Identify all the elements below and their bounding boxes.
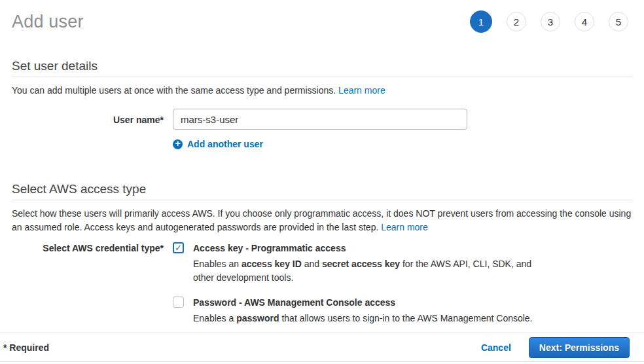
learn-more-link-user-details[interactable]: Learn more: [338, 85, 385, 96]
access-type-intro-text: Select how these users will primarily ac…: [12, 208, 631, 232]
desc-text: Enables a: [193, 313, 236, 323]
page-title: Add user: [12, 12, 84, 32]
password-option: ✓ Password - AWS Management Console acce…: [173, 297, 554, 325]
password-option-title: Password - AWS Management Console access: [193, 297, 533, 308]
access-key-checkbox[interactable]: ✓: [173, 242, 184, 253]
wizard-step-indicator: 1 2 3 4 5: [470, 10, 628, 33]
plus-circle-icon: +: [173, 139, 183, 149]
add-user-page: Add user 1 2 3 4 5 Set user details You …: [0, 0, 644, 364]
desc-text: that allows users to sign-in to the AWS …: [279, 313, 533, 323]
desc-text-bold: secret access key: [322, 259, 400, 269]
next-permissions-button[interactable]: Next: Permissions: [529, 337, 630, 358]
required-note: * Required: [3, 342, 49, 353]
password-checkbox[interactable]: ✓: [173, 297, 184, 308]
footer-actions: Cancel Next: Permissions: [481, 337, 630, 358]
user-details-intro: You can add multiple users at once with …: [12, 84, 637, 98]
add-another-user-button[interactable]: + Add another user: [173, 139, 644, 149]
access-key-option: ✓ Access key - Programmatic access Enabl…: [173, 242, 554, 285]
access-type-intro: Select how these users will primarily ac…: [12, 207, 637, 234]
section-divider: [12, 77, 632, 77]
wizard-footer: * Required Cancel Next: Permissions: [0, 333, 644, 362]
credential-type-label: Select AWS credential type*: [12, 242, 164, 325]
credential-type-row: Select AWS credential type* ✓ Access key…: [12, 242, 644, 325]
step-3: 3: [541, 12, 560, 31]
step-1: 1: [470, 10, 492, 33]
user-details-heading: Set user details: [12, 59, 632, 73]
username-input[interactable]: [173, 109, 467, 130]
check-icon: ✓: [175, 244, 182, 252]
access-type-heading: Select AWS access type: [12, 182, 632, 196]
desc-text-bold: password: [236, 313, 279, 323]
access-key-option-body: Access key - Programmatic access Enables…: [193, 242, 554, 285]
credential-options: ✓ Access key - Programmatic access Enabl…: [173, 242, 554, 325]
section-divider: [12, 200, 632, 200]
desc-text: and: [302, 259, 322, 269]
password-option-body: Password - AWS Management Console access…: [193, 297, 533, 325]
cancel-button[interactable]: Cancel: [481, 342, 511, 353]
username-row: User name*: [12, 109, 644, 130]
desc-text-bold: access key ID: [241, 259, 302, 269]
username-label: User name*: [12, 109, 164, 130]
learn-more-link-access-type[interactable]: Learn more: [381, 222, 428, 232]
step-4: 4: [575, 12, 594, 31]
access-key-option-title: Access key - Programmatic access: [193, 242, 554, 253]
step-2: 2: [507, 12, 526, 31]
user-details-intro-text: You can add multiple users at once with …: [12, 85, 336, 96]
access-key-option-desc: Enables an access key ID and secret acce…: [193, 257, 554, 285]
step-5: 5: [609, 12, 628, 31]
password-option-desc: Enables a password that allows users to …: [193, 312, 533, 325]
page-header: Add user 1 2 3 4 5: [0, 0, 644, 33]
add-another-user-label: Add another user: [187, 139, 263, 149]
desc-text: Enables an: [193, 259, 241, 269]
